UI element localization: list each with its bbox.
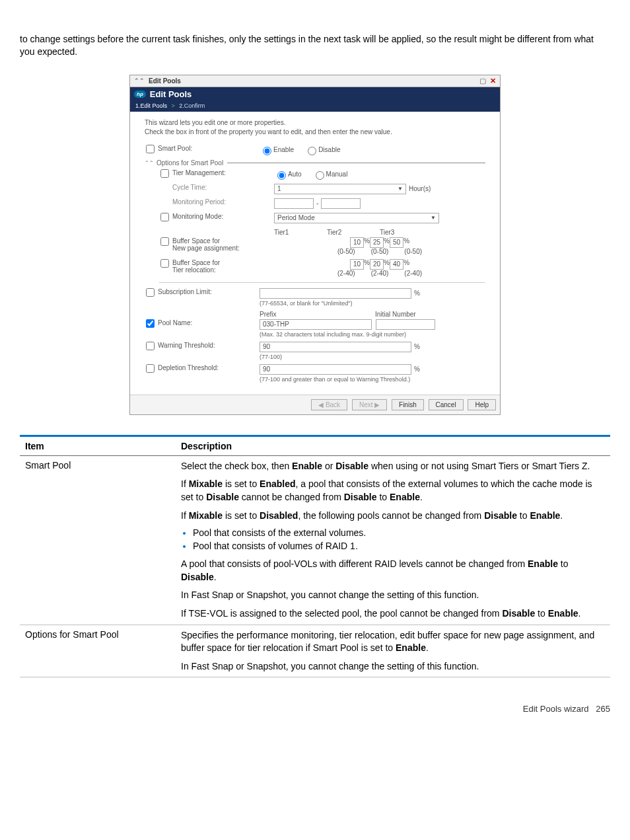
list-item: Pool that consists of the external volum… [193, 527, 605, 538]
pool-name-label: Pool Name: [155, 319, 260, 326]
window-titlebar: ⌃⌃ Edit Pools ▢ ✕ [130, 75, 500, 87]
tier3-header: Tier3 [380, 229, 433, 236]
buffer-new-range: (0-50) [371, 248, 389, 255]
pct-label: % [384, 259, 390, 270]
buffer-new-tier1-input[interactable]: 10 [350, 237, 364, 248]
pct-label: % [414, 343, 420, 350]
pct-label: % [364, 237, 370, 248]
subscription-limit-hint: (77-65534, or blank for "Unlimited") [260, 300, 352, 307]
pct-label: % [403, 259, 409, 270]
auto-label: Auto [288, 171, 302, 178]
cycle-time-label: Cycle Time: [170, 184, 274, 191]
enable-label: Enable [273, 146, 294, 153]
close-icon[interactable]: ✕ [490, 77, 496, 85]
row-desc: Specifies the performance monitoring, ti… [176, 625, 610, 677]
pct-label: % [364, 259, 370, 270]
dialog-header: hp Edit Pools [130, 87, 500, 101]
pool-name-initial-input[interactable] [376, 319, 435, 330]
col-desc-header: Description [176, 436, 610, 455]
disable-label: Disable [318, 146, 340, 153]
hp-logo-icon: hp [134, 91, 146, 98]
buffer-rel-tier3-input[interactable]: 40 [390, 259, 403, 270]
buffer-rel-range: (2-40) [404, 270, 422, 277]
buffer-new-tier3-input[interactable]: 50 [390, 237, 403, 248]
breadcrumb-step1: 1.Edit Pools [135, 102, 167, 109]
buffer-rel-tier2-input[interactable]: 20 [370, 259, 384, 270]
cycle-time-select[interactable]: 1▼ [274, 184, 406, 194]
collapse-icon[interactable]: ⌃⌃ [134, 77, 145, 84]
wizard-footer: ◀ Back Next ▶ Finish Cancel Help [130, 395, 500, 414]
cycle-time-value: 1 [277, 185, 281, 192]
subscription-limit-label: Subscription Limit: [155, 288, 260, 295]
warning-threshold-input[interactable]: 90 [260, 342, 411, 352]
smart-pool-disable-radio[interactable] [308, 147, 316, 155]
monitoring-period-from-input[interactable] [274, 198, 314, 209]
row-item: Options for Smart Pool [20, 625, 176, 677]
monitoring-mode-value: Period Mode [277, 214, 315, 221]
smart-pool-label: Smart Pool: [155, 145, 260, 152]
tier-mgmt-auto-radio[interactable] [277, 171, 286, 180]
subscription-limit-input[interactable] [260, 288, 411, 299]
buffer-new-range: (0-50) [337, 248, 355, 255]
buffer-rel-label: Buffer Space for Tier relocation: [170, 259, 274, 274]
buffer-rel-tier1-input[interactable]: 10 [350, 259, 364, 270]
manual-label: Manual [326, 171, 348, 178]
buffer-new-range: (0-50) [404, 248, 422, 255]
monitoring-mode-checkbox[interactable] [160, 213, 169, 221]
monitoring-mode-label: Monitoring Mode: [170, 213, 274, 220]
dialog-title: Edit Pools [150, 89, 192, 99]
table-row: Options for Smart Pool Specifies the per… [20, 625, 610, 677]
tier2-header: Tier2 [327, 229, 380, 236]
pct-label: % [384, 237, 390, 248]
buffer-new-tier2-input[interactable]: 25 [370, 237, 384, 248]
breadcrumb-step2: 2.Confirm [179, 102, 205, 109]
edit-pools-screenshot: ⌃⌃ Edit Pools ▢ ✕ hp Edit Pools 1.Edit P… [129, 75, 501, 415]
tier-mgmt-checkbox[interactable] [160, 169, 169, 178]
pool-name-checkbox[interactable] [146, 319, 155, 328]
wizard-breadcrumb: 1.Edit Pools > 2.Confirm [130, 101, 500, 112]
row-desc: Select the check box, then Enable or Dis… [176, 455, 610, 625]
window-title: Edit Pools [149, 77, 181, 85]
wizard-desc-line1: This wizard lets you edit one or more pr… [145, 118, 485, 128]
options-group-title: Options for Smart Pool [157, 159, 223, 167]
cancel-button[interactable]: Cancel [429, 399, 464, 410]
maximize-icon[interactable]: ▢ [479, 77, 486, 85]
depletion-threshold-input[interactable]: 90 [260, 364, 411, 375]
tier-mgmt-manual-radio[interactable] [316, 171, 324, 180]
pct-label: % [414, 289, 420, 297]
tier-mgmt-label: Tier Management: [170, 169, 274, 176]
page-footer: Edit Pools wizard 265 [20, 704, 610, 714]
next-button: Next ▶ [352, 399, 387, 410]
subscription-limit-checkbox[interactable] [146, 288, 155, 297]
pct-label: % [414, 365, 420, 373]
pool-name-prefix-input[interactable]: 030-THP [260, 319, 372, 330]
description-table: Item Description Smart Pool Select the c… [20, 435, 610, 678]
monitoring-period-to-input[interactable] [321, 198, 361, 209]
buffer-rel-checkbox[interactable] [160, 259, 169, 268]
options-group-header: ⌃⌃ Options for Smart Pool [145, 159, 485, 167]
warning-threshold-checkbox[interactable] [146, 342, 155, 350]
depletion-threshold-checkbox[interactable] [146, 364, 155, 373]
col-item-header: Item [20, 436, 176, 455]
finish-button[interactable]: Finish [392, 399, 424, 410]
list-item: Pool that consists of volumes of RAID 1. [193, 541, 605, 551]
wizard-desc-line2: Check the box in front of the property y… [145, 128, 485, 137]
warning-threshold-label: Warning Threshold: [155, 342, 260, 349]
chevron-icon[interactable]: ⌃⌃ [145, 160, 154, 166]
buffer-rel-range: (2-40) [337, 270, 355, 277]
back-button: ◀ Back [311, 399, 347, 410]
help-button[interactable]: Help [468, 399, 496, 410]
warning-threshold-hint: (77-100) [260, 354, 282, 360]
buffer-new-checkbox[interactable] [160, 237, 169, 246]
pool-name-hint: (Max. 32 characters total including max.… [260, 331, 406, 338]
smart-pool-enable-radio[interactable] [263, 147, 271, 155]
row-item: Smart Pool [20, 455, 176, 625]
wizard-description: This wizard lets you edit one or more pr… [145, 118, 485, 137]
initial-number-header: Initial Number [375, 311, 485, 318]
buffer-new-label: Buffer Space for New page assignment: [170, 237, 274, 252]
monitoring-period-dash: - [316, 200, 318, 207]
depletion-threshold-label: Depletion Threshold: [155, 364, 260, 371]
monitoring-mode-select[interactable]: Period Mode▼ [274, 213, 439, 223]
smart-pool-checkbox[interactable] [146, 145, 155, 153]
cycle-time-unit: Hour(s) [409, 185, 431, 192]
